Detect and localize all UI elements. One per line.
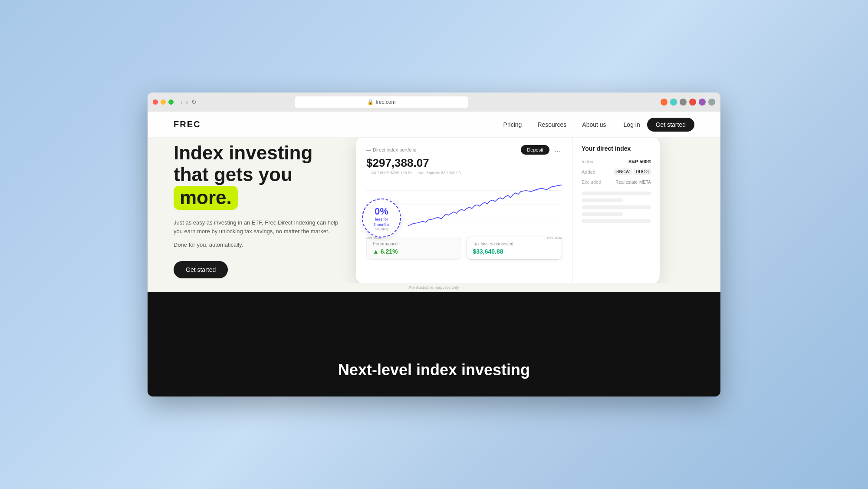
- hero-highlight-word: more.: [174, 186, 238, 210]
- illustration-note: For illustrative purposes only: [148, 283, 720, 292]
- tax-harvest-value: $33,640.88: [473, 248, 556, 255]
- hero-done-text: Done for you, automatically.: [174, 241, 339, 248]
- nav-actions: Log in Get started: [624, 118, 694, 132]
- chart-dates: Dec 2020 Dec 2022: [366, 236, 562, 240]
- dashboard-header-actions: Deposit ...: [521, 145, 562, 155]
- tag-ddog: DDOG: [634, 169, 651, 175]
- forward-button[interactable]: ›: [186, 99, 188, 106]
- reload-button[interactable]: ↻: [191, 99, 197, 106]
- added-tags: SNOW DDOG: [614, 169, 651, 175]
- hero-description: Just as easy as investing in an ETF, Fre…: [174, 218, 339, 237]
- navigation: FREC Pricing Resources About us Log in G…: [148, 112, 720, 138]
- your-index-title: Your direct index: [582, 145, 651, 152]
- browser-toolbar: [661, 99, 715, 106]
- extension-icon-5[interactable]: [699, 99, 706, 106]
- skeleton-lines: [582, 192, 651, 223]
- excluded-label: Excluded: [582, 179, 601, 185]
- chart-date-end: Dec 2022: [547, 236, 562, 240]
- fee-badge: 0% fees for 3 months T&C apply: [362, 198, 401, 238]
- address-bar[interactable]: 🔒 frec.com: [295, 96, 468, 108]
- fee-disclaimer: T&C apply: [375, 227, 389, 230]
- skeleton-3: [582, 205, 651, 209]
- browser-window: ‹ › ↻ 🔒 frec.com FREC Pricing Resources …: [148, 93, 720, 396]
- lock-icon: 🔒: [367, 99, 374, 105]
- index-row: Index S&P 500®: [582, 159, 651, 164]
- skeleton-5: [582, 219, 651, 223]
- dashboard-card: — Direct index portfolio Deposit ... $29…: [356, 138, 660, 283]
- maximize-button[interactable]: [168, 99, 174, 105]
- back-button[interactable]: ‹: [181, 99, 183, 106]
- nav-get-started-button[interactable]: Get started: [647, 118, 694, 132]
- minimize-button[interactable]: [161, 99, 166, 105]
- hero-section: Index investing that gets you more. Just…: [148, 138, 720, 283]
- performance-value: ▲ 6.21%: [373, 248, 456, 255]
- dashboard-inner: — Direct index portfolio Deposit ... $29…: [356, 138, 660, 283]
- extension-icon-1[interactable]: [661, 99, 667, 106]
- nav-link-resources[interactable]: Resources: [537, 121, 566, 128]
- extension-icon-3[interactable]: [680, 99, 687, 106]
- tax-harvest-card: Tax losses harvested $33,640.88: [467, 237, 562, 260]
- url-text: frec.com: [375, 99, 395, 105]
- performance-card: Performance ▲ 6.21%: [366, 237, 462, 260]
- browser-chrome: ‹ › ↻ 🔒 frec.com: [148, 93, 720, 112]
- dark-section: Next-level index investing: [148, 292, 720, 396]
- added-label: Added: [582, 169, 595, 175]
- tag-meta: META: [639, 180, 651, 185]
- added-row: Added SNOW DDOG: [582, 169, 651, 175]
- dark-section-title: Next-level index investing: [338, 361, 530, 379]
- nav-link-about[interactable]: About us: [582, 121, 606, 128]
- excluded-row: Excluded Real estate META: [582, 179, 651, 185]
- extension-icon-2[interactable]: [670, 99, 677, 106]
- nav-links: Pricing Resources About us: [503, 121, 606, 128]
- skeleton-1: [582, 192, 651, 195]
- index-value: S&P 500®: [628, 159, 651, 164]
- hero-get-started-button[interactable]: Get started: [174, 261, 228, 278]
- fee-percent: 0%: [375, 206, 388, 217]
- login-link[interactable]: Log in: [624, 121, 640, 128]
- more-options-button[interactable]: ...: [553, 146, 562, 154]
- tax-harvest-label: Tax losses harvested: [473, 241, 556, 246]
- tag-realestate: Real estate: [615, 180, 638, 185]
- performance-label: Performance: [373, 241, 456, 246]
- dashboard-right-panel: Your direct index Index S&P 500® Added S…: [573, 138, 660, 283]
- nav-link-pricing[interactable]: Pricing: [503, 121, 522, 128]
- skeleton-4: [582, 212, 623, 216]
- dashboard-left-panel: — Direct index portfolio Deposit ... $29…: [356, 138, 573, 283]
- extension-icon-4[interactable]: [689, 99, 696, 106]
- website-content: FREC Pricing Resources About us Log in G…: [148, 112, 720, 396]
- portfolio-label: — Direct index portfolio: [366, 147, 416, 152]
- hero-title-line1: Index investing: [174, 142, 312, 163]
- extension-icon-6[interactable]: [708, 99, 715, 106]
- deposit-button[interactable]: Deposit: [521, 145, 549, 155]
- hero-title-line2: that gets you: [174, 164, 293, 185]
- site-logo: FREC: [174, 119, 201, 129]
- excluded-tags: Real estate META: [615, 180, 651, 185]
- hero-text-content: Index investing that gets you more. Just…: [174, 142, 339, 278]
- browser-traffic-lights: [153, 99, 174, 105]
- tag-snow: SNOW: [614, 169, 632, 175]
- performance-cards: Performance ▲ 6.21% Tax losses harvested…: [366, 237, 562, 260]
- portfolio-value: $297,388.07: [366, 156, 562, 170]
- dashboard-header: — Direct index portfolio Deposit ...: [366, 145, 562, 155]
- portfolio-meta: — S&P 500® $295,128.51 — Net deposits $3…: [366, 171, 562, 175]
- portfolio-chart: 0% fees for 3 months T&C apply: [366, 181, 562, 233]
- index-label: Index: [582, 159, 593, 164]
- skeleton-2: [582, 198, 623, 202]
- close-button[interactable]: [153, 99, 158, 105]
- fee-text: fees for 3 months: [373, 217, 389, 227]
- hero-title: Index investing that gets you more.: [174, 142, 339, 210]
- browser-nav-buttons: ‹ › ↻: [181, 99, 197, 106]
